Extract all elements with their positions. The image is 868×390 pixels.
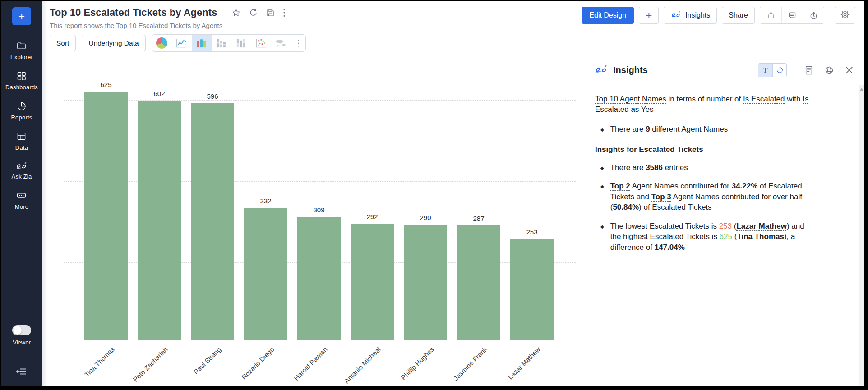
insight-term[interactable]: Lazar Mathew	[736, 222, 786, 230]
sort-button[interactable]: Sort	[50, 35, 76, 51]
star-icon[interactable]	[231, 8, 241, 18]
sidebar-item-explorer[interactable]: Explorer	[10, 41, 33, 60]
chart-x-axis-labels: Tina ThomasPete ZachariahPaul StrangRoza…	[64, 340, 576, 388]
settings-button[interactable]	[835, 7, 855, 24]
bar[interactable]	[457, 225, 500, 340]
insights-intro: Top 10 Agent Names in terms of number of…	[595, 94, 815, 115]
sidebar-item-label: More	[15, 203, 28, 210]
bar[interactable]	[510, 239, 554, 340]
header-actions: Edit Design + Insights Share	[582, 7, 855, 24]
viewer-label: Viewer	[13, 339, 31, 346]
create-new-button[interactable]: +	[12, 7, 31, 25]
insight-term[interactable]: Agent Names	[620, 95, 666, 103]
waterfall-bar-icon[interactable]	[231, 35, 251, 51]
sidebar-item-label: Dashboards	[5, 84, 38, 91]
insights-view-toggle: T	[758, 63, 787, 77]
text-view-label: T	[763, 66, 767, 75]
insight-bullet: There are 9 different Agent Names	[600, 124, 815, 134]
bar[interactable]	[404, 225, 447, 340]
zia-icon	[595, 64, 608, 76]
save-icon[interactable]	[266, 8, 275, 18]
chart-plot-area: 625602596332309292290287253	[64, 60, 576, 340]
bar-value-label: 309	[297, 206, 341, 214]
insights-panel-title: Insights	[613, 65, 648, 75]
insights-content: Top 10 Agent Names in terms of number of…	[585, 84, 864, 386]
gear-icon	[840, 9, 850, 21]
alarm-icon[interactable]	[803, 7, 824, 23]
share-button[interactable]: Share	[722, 7, 755, 24]
collapse-sidebar-icon[interactable]	[16, 367, 28, 378]
insight-term[interactable]: Is Escalated	[743, 95, 785, 103]
underlying-data-button[interactable]: Underlying Data	[82, 35, 145, 51]
sidebar-item-reports[interactable]: Reports	[11, 101, 32, 121]
x-axis-label: Rozario Diego	[240, 345, 276, 381]
add-report-button[interactable]: +	[639, 7, 659, 24]
chart-type-switcher	[152, 34, 306, 52]
bar-chart-icon[interactable]	[192, 35, 212, 51]
refresh-icon[interactable]	[249, 8, 258, 18]
bar-chart: 625602596332309292290287253 Tina ThomasP…	[42, 56, 585, 386]
app-window: + Explorer Dashboards Reports	[0, 0, 868, 390]
bar-value-label: 602	[138, 90, 181, 97]
text-view-button[interactable]: T	[758, 64, 772, 77]
insight-bullet: The lowest Escalated Tickets is 253 (Laz…	[600, 221, 815, 252]
insights-scrollbar[interactable]	[859, 85, 864, 386]
pie-chart-icon[interactable]	[152, 35, 172, 51]
folder-icon	[16, 41, 27, 51]
insights-button[interactable]: Insights	[664, 7, 717, 24]
bar-value-label: 332	[244, 197, 287, 205]
header-icon-group	[760, 7, 824, 24]
insights-button-label: Insights	[685, 11, 710, 19]
report-toolbar: Sort Underlying Data	[42, 29, 864, 56]
bubble-chart-icon[interactable]	[251, 35, 271, 51]
x-axis-label: Harold Pawlan	[292, 345, 329, 382]
insight-term[interactable]: Top 10	[595, 95, 618, 103]
more-chart-types-icon[interactable]	[291, 35, 305, 51]
document-icon[interactable]	[804, 65, 813, 75]
x-axis-label: Tina Thomas	[83, 345, 116, 378]
bar[interactable]	[297, 217, 341, 340]
edit-design-button[interactable]: Edit Design	[582, 7, 634, 24]
insight-term[interactable]: Top 3	[651, 193, 671, 201]
close-icon[interactable]	[845, 66, 854, 74]
export-icon[interactable]	[760, 7, 781, 23]
sidebar-item-ask-zia[interactable]: Ask Zia	[12, 161, 32, 180]
x-axis-label: Paul Strang	[192, 345, 222, 376]
stacked-bar-icon[interactable]	[212, 35, 231, 51]
kebab-icon[interactable]	[283, 8, 286, 18]
insights-panel: Insights T	[585, 56, 864, 386]
x-axis-label: Jasmine Frank	[452, 345, 489, 382]
sidebar-footer: Viewer	[12, 325, 31, 378]
sidebar-item-dashboards[interactable]: Dashboards	[5, 71, 38, 91]
comment-icon[interactable]	[781, 7, 803, 23]
bar[interactable]	[84, 92, 128, 340]
insights-panel-header: Insights T	[585, 56, 864, 84]
bar[interactable]	[191, 103, 234, 340]
bar[interactable]	[138, 101, 181, 340]
insight-bullet: There are 3586 entries	[600, 162, 815, 173]
insight-term[interactable]: Tina Thomas	[737, 232, 784, 241]
sidebar-item-label: Ask Zia	[12, 173, 32, 180]
globe-icon[interactable]	[824, 65, 834, 75]
bar-value-label: 625	[84, 81, 128, 88]
insight-term[interactable]: Yes	[641, 105, 654, 114]
x-axis-label: Phillip Hughes	[399, 345, 435, 381]
bar[interactable]	[351, 224, 394, 340]
separator	[796, 66, 796, 75]
line-chart-icon[interactable]	[172, 35, 192, 51]
scroll-up-arrow[interactable]	[860, 88, 863, 91]
sidebar-item-data[interactable]: Data	[15, 131, 28, 151]
sidebar-item-label: Explorer	[10, 54, 33, 60]
viewer-mode-toggle[interactable]	[12, 325, 31, 335]
chart-view-button[interactable]	[772, 64, 786, 77]
insight-term[interactable]: Top 2	[610, 182, 630, 190]
zia-icon	[670, 11, 682, 20]
bar[interactable]	[244, 208, 287, 340]
map-chart-icon[interactable]	[271, 35, 291, 51]
sidebar-item-more[interactable]: More	[15, 190, 28, 210]
reports-icon	[16, 101, 27, 111]
x-axis-label: Antanio Micheal	[343, 345, 382, 385]
data-icon	[16, 131, 27, 142]
sidebar: + Explorer Dashboards Reports	[1, 1, 42, 386]
bar-value-label: 292	[351, 213, 394, 220]
